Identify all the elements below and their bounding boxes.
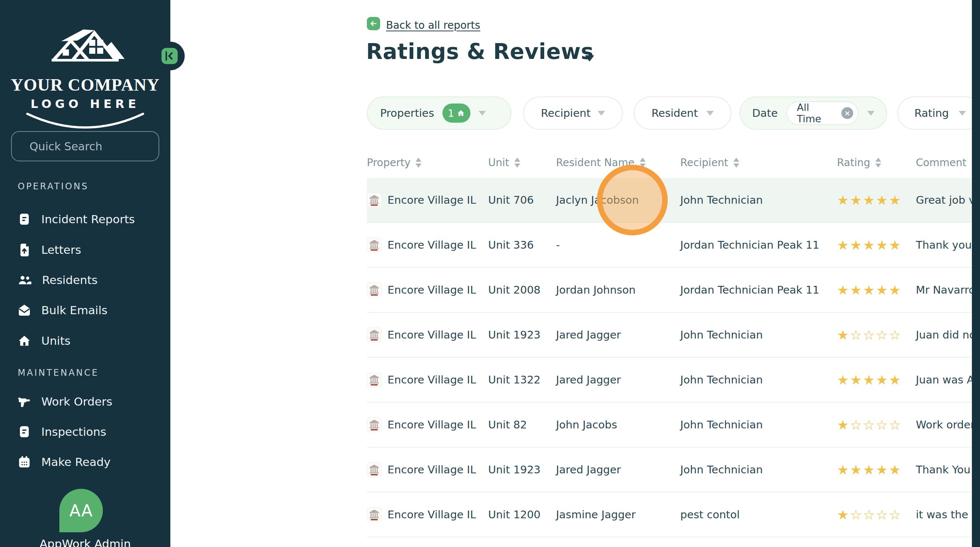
sidebar-item-label: Residents (42, 273, 98, 287)
cell-recipient: Jordan Technician Peak 11 (680, 284, 837, 296)
cell-property-text: Encore Village IL (388, 194, 476, 206)
filter-rating[interactable]: Rating (897, 97, 980, 130)
date-value-chip[interactable]: All Time × (786, 101, 858, 125)
cell-unit: Unit 336 (488, 239, 556, 251)
cell-rating: ★☆☆☆☆ (837, 507, 916, 522)
title-caret-icon[interactable] (585, 55, 594, 62)
cell-comment: Juan did not do anything today... (916, 328, 980, 341)
column-header-rating[interactable]: Rating (837, 157, 916, 169)
cell-recipient: pest contol (680, 508, 837, 521)
company-logo: YOUR COMPANY LOGO HERE (0, 16, 170, 135)
cell-comment: Thank You Juan (916, 463, 980, 476)
work-orders-icon (18, 395, 31, 408)
chevron-down-icon (479, 111, 486, 116)
user-avatar[interactable]: AA (59, 489, 103, 532)
filter-resident[interactable]: Resident (634, 97, 732, 130)
cell-property-text: Encore Village IL (388, 284, 476, 296)
rating-stars: ★☆☆☆☆ (837, 327, 902, 342)
cell-recipient: John Technician (680, 374, 837, 386)
cell-recipient: John Technician (680, 194, 837, 206)
sort-icon (875, 158, 881, 168)
cell-rating: ★☆☆☆☆ (837, 417, 916, 433)
sidebar-item-label: Work Orders (41, 395, 113, 408)
filter-date[interactable]: Date All Time × (740, 97, 887, 130)
back-arrow-icon[interactable] (367, 17, 380, 30)
sidebar-item-label: Letters (41, 243, 81, 256)
cell-unit: Unit 1923 (488, 328, 556, 341)
sidebar-item-label: Make Ready (41, 455, 111, 469)
cell-comment: Juan was Awesome!!! (916, 374, 980, 386)
cell-recipient: Jordan Technician Peak 11 (680, 239, 837, 251)
cell-rating: ★★★★★ (837, 238, 916, 253)
cell-property: Encore Village IL (367, 282, 488, 297)
logo-house-icon (39, 16, 131, 75)
inspections-icon (18, 425, 31, 438)
sidebar-item-work-orders[interactable]: Work Orders (18, 390, 113, 413)
logo-text-line2: LOGO HERE (0, 97, 170, 111)
table-row[interactable]: Encore Village IL Unit 1923 Jared Jagger… (367, 447, 980, 493)
filter-properties-label: Properties (380, 107, 434, 119)
cell-recipient: John Technician (680, 463, 837, 476)
filter-recipient[interactable]: Recipient (523, 97, 623, 130)
column-header-unit[interactable]: Unit (488, 157, 556, 169)
column-label: Comment (916, 157, 966, 169)
table-row[interactable]: Encore Village IL Unit 1322 Jared Jagger… (367, 358, 980, 403)
residents-icon (18, 273, 32, 287)
cell-unit: Unit 1923 (488, 463, 556, 476)
sidebar-item-make-ready[interactable]: Make Ready (18, 450, 111, 474)
sidebar: YOUR COMPANY LOGO HERE OPERATIONS Incide… (0, 0, 170, 547)
sidebar-item-residents[interactable]: Residents (18, 268, 98, 292)
table-row[interactable]: Encore Village IL Unit 2008 Jordan Johns… (367, 268, 980, 313)
column-header-recipient[interactable]: Recipient (680, 157, 837, 169)
table-row[interactable]: Encore Village IL Unit 82 John Jacobs Jo… (367, 403, 980, 447)
cell-rating: ★☆☆☆☆ (837, 327, 916, 342)
table-body: Encore Village IL Unit 706 Jaclyn Jacobs… (367, 178, 980, 547)
table-row[interactable] (367, 537, 980, 547)
cell-property-text: Encore Village IL (388, 239, 476, 251)
scrollbar-track[interactable] (972, 0, 980, 547)
column-label: Unit (488, 157, 509, 169)
search-input[interactable] (29, 140, 168, 153)
rating-stars: ★☆☆☆☆ (837, 507, 902, 522)
cell-property: Encore Village IL (367, 507, 488, 522)
rating-stars: ★★★★★ (837, 193, 902, 208)
sidebar-item-units[interactable]: Units (18, 329, 70, 352)
sidebar-item-incident-reports[interactable]: Incident Reports (18, 208, 135, 231)
column-header-comment[interactable]: Comment (916, 157, 980, 169)
table-row[interactable]: Encore Village IL Unit 1200 Jasmine Jagg… (367, 493, 980, 537)
sidebar-item-bulk-emails[interactable]: Bulk Emails (18, 298, 108, 322)
clear-date-icon[interactable]: × (842, 107, 853, 119)
property-logo-icon (367, 238, 382, 252)
property-logo-icon (367, 193, 382, 208)
cell-rating: ★★★★★ (837, 462, 916, 477)
rating-stars: ★★★★★ (837, 238, 902, 253)
back-to-reports-link[interactable]: Back to all reports (386, 19, 480, 31)
cell-property: Encore Village IL (367, 327, 488, 342)
table-row[interactable]: Encore Village IL Unit 706 Jaclyn Jacobs… (367, 178, 980, 223)
cell-unit: Unit 2008 (488, 284, 556, 296)
quick-search-box[interactable] (11, 131, 159, 161)
cell-property: Encore Village IL (367, 238, 488, 252)
chevron-down-icon (598, 111, 605, 116)
sidebar-item-label: Bulk Emails (41, 303, 108, 317)
sidebar-item-letters[interactable]: Letters (18, 238, 81, 262)
cell-rating: ★★★★★ (837, 373, 916, 387)
column-header-property[interactable]: Property (367, 157, 488, 169)
sort-icon (733, 158, 739, 168)
column-header-resident-name[interactable]: Resident Name (556, 157, 680, 169)
sidebar-item-label: Units (41, 334, 70, 347)
table-row[interactable]: Encore Village IL Unit 1923 Jared Jagger… (367, 313, 980, 358)
sidebar-collapse-button[interactable] (161, 48, 178, 64)
cell-recipient: John Technician (680, 419, 837, 431)
main-content: Back to all reports Ratings & Reviews Pr… (170, 0, 980, 547)
property-logo-icon (367, 373, 382, 387)
cell-resident: Jordan Johnson (556, 284, 680, 296)
cell-property: Encore Village IL (367, 373, 488, 387)
rating-stars: ★★★★★ (837, 282, 902, 298)
filter-date-label: Date (752, 107, 778, 119)
filter-properties[interactable]: Properties 1 (367, 97, 511, 130)
rating-stars: ★☆☆☆☆ (837, 417, 902, 433)
cell-unit: Unit 1200 (488, 508, 556, 521)
sidebar-item-inspections[interactable]: Inspections (18, 420, 106, 444)
table-row[interactable]: Encore Village IL Unit 336 - Jordan Tech… (367, 223, 980, 268)
